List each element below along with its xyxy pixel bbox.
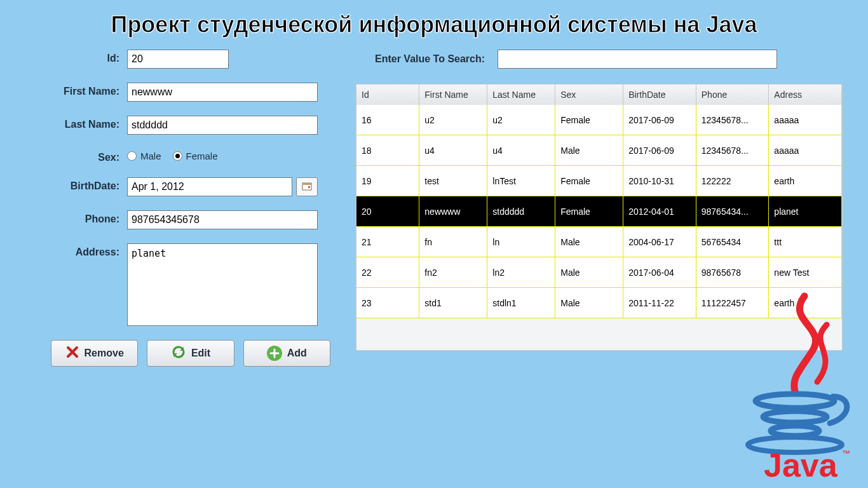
table-cell: 16 (356, 105, 419, 135)
table-cell: u4 (487, 135, 555, 166)
table-cell: 56765434 (696, 227, 770, 257)
table-cell: Male (555, 288, 623, 318)
table-cell: planet (769, 196, 842, 227)
svg-text:Java: Java (764, 447, 838, 480)
calendar-button[interactable] (296, 177, 318, 196)
table-cell: 98765434... (696, 196, 770, 227)
table-cell: 2017-06-09 (623, 105, 696, 135)
label-phone: Phone: (25, 210, 127, 225)
table-cell: new Test (769, 257, 842, 288)
svg-rect-1 (302, 183, 311, 185)
table-cell: Female (555, 105, 623, 135)
table-cell: u2 (419, 105, 487, 135)
id-field[interactable] (127, 50, 229, 69)
refresh-icon (171, 344, 186, 362)
table-cell: Male (555, 227, 623, 257)
svg-rect-2 (308, 186, 310, 188)
table-cell: Male (555, 257, 623, 288)
table-cell: ln2 (487, 257, 555, 288)
address-field[interactable]: planet (127, 243, 318, 326)
table-cell: aaaaa (769, 105, 842, 135)
table-cell: Male (555, 135, 623, 166)
svg-text:™: ™ (842, 449, 850, 458)
table-cell: fn2 (419, 257, 487, 288)
table-cell: newwww (419, 196, 487, 227)
radio-female[interactable]: Female (173, 151, 218, 161)
table-cell: fn (419, 227, 487, 257)
radio-icon (127, 151, 137, 161)
table-cell: 18 (356, 135, 419, 166)
remove-label: Remove (85, 348, 124, 359)
table-cell: ln (487, 227, 555, 257)
calendar-icon (302, 182, 312, 193)
search-label: Enter Value To Search: (375, 53, 485, 65)
radio-male[interactable]: Male (127, 151, 161, 161)
edit-button[interactable]: Edit (147, 340, 234, 367)
search-input[interactable] (498, 50, 777, 69)
label-sex: Sex: (25, 149, 127, 163)
table-cell: 20 (356, 196, 419, 227)
table-cell: 122222 (696, 166, 770, 196)
table-cell: 19 (356, 166, 419, 196)
label-first-name: First Name: (25, 83, 127, 97)
form-panel: Id: First Name: Last Name: Sex: Male Fem… (25, 43, 330, 367)
radio-female-label: Female (186, 151, 218, 161)
table-cell: earth (769, 166, 842, 196)
column-header[interactable]: First Name (419, 85, 487, 105)
table-cell: stdln1 (487, 288, 555, 318)
table-cell: 2017-06-09 (623, 135, 696, 166)
column-header[interactable]: Adress (769, 85, 842, 105)
table-cell: u2 (487, 105, 555, 135)
table-row[interactable]: 21fnlnMale2004-06-1756765434ttt (356, 227, 842, 257)
add-label: Add (287, 348, 307, 359)
table-cell: 22 (356, 257, 419, 288)
table-row[interactable]: 18u4u4Male2017-06-0912345678...aaaaa (356, 135, 842, 166)
table-cell: stddddd (487, 196, 555, 227)
table-cell: 2011-11-22 (623, 288, 696, 318)
table-cell: 12345678... (696, 135, 770, 166)
table-row[interactable]: 16u2u2Female2017-06-0912345678...aaaaa (356, 105, 842, 135)
remove-button[interactable]: Remove (51, 340, 138, 367)
remove-icon (65, 345, 79, 362)
table-row[interactable]: 20newwwwstdddddFemale2012-04-0198765434.… (356, 196, 842, 227)
table-cell: lnTest (487, 166, 555, 196)
table-cell: test (419, 166, 487, 196)
column-header[interactable]: Id (356, 85, 419, 105)
column-header[interactable]: BirthDate (623, 85, 696, 105)
label-last-name: Last Name: (25, 116, 127, 130)
radio-icon (173, 151, 182, 161)
add-button[interactable]: Add (243, 340, 330, 367)
table-cell: aaaaa (769, 135, 842, 166)
table-cell: 21 (356, 227, 419, 257)
radio-male-label: Male (140, 151, 161, 161)
edit-label: Edit (191, 348, 210, 359)
svg-point-4 (763, 411, 827, 423)
table-cell: 2010-10-31 (623, 166, 696, 196)
plus-icon (267, 346, 282, 361)
phone-field[interactable] (127, 210, 318, 229)
table-cell: std1 (419, 288, 487, 318)
column-header[interactable]: Phone (696, 85, 770, 105)
table-cell: Female (555, 166, 623, 196)
label-birthdate: BirthDate: (25, 177, 127, 192)
table-cell: 2004-06-17 (623, 227, 696, 257)
table-cell: Female (555, 196, 623, 227)
table-cell: 2017-06-04 (623, 257, 696, 288)
birthdate-field[interactable] (127, 177, 292, 196)
table-cell: 12345678... (696, 105, 770, 135)
table-cell: u4 (419, 135, 487, 166)
column-header[interactable]: Sex (555, 85, 623, 105)
java-logo: Java ™ (735, 290, 855, 480)
table-row[interactable]: 22fn2ln2Male2017-06-0498765678new Test (356, 257, 842, 288)
label-address: Address: (25, 243, 127, 258)
table-header: IdFirst NameLast NameSexBirthDatePhoneAd… (356, 85, 842, 105)
label-id: Id: (25, 50, 127, 64)
table-cell: 23 (356, 288, 419, 318)
column-header[interactable]: Last Name (487, 85, 555, 105)
last-name-field[interactable] (127, 116, 318, 135)
page-title: Проект студенческой информационной систе… (0, 0, 868, 43)
table-row[interactable]: 19testlnTestFemale2010-10-31122222earth (356, 166, 842, 196)
table-cell: 98765678 (696, 257, 770, 288)
table-cell: ttt (769, 227, 842, 257)
first-name-field[interactable] (127, 83, 318, 102)
